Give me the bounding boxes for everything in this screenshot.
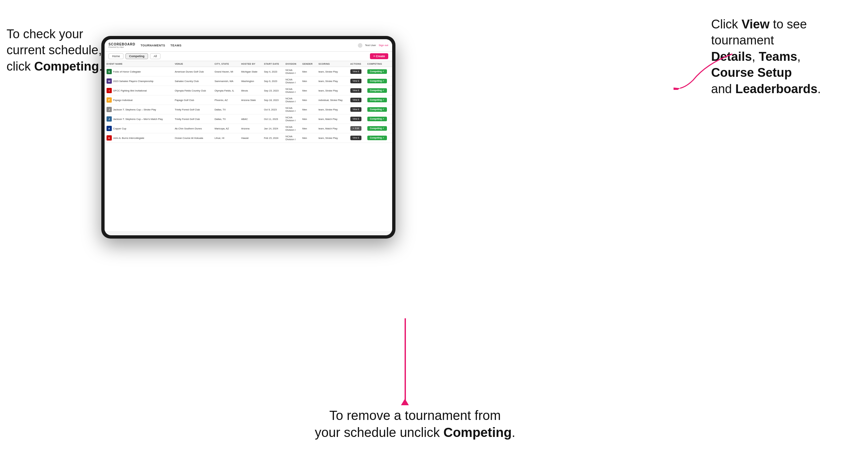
table-header-row: EVENT NAME VENUE CITY, STATE HOSTED BY S… xyxy=(104,61,392,67)
table-row: A Copper Cup Ak-Chin Southern DunesMaric… xyxy=(104,124,392,133)
competing-button[interactable]: Competing ✓ xyxy=(367,79,387,83)
venue-cell: Ocean Course At Hokuala xyxy=(173,133,213,143)
competing-cell: Competing ✓ xyxy=(365,67,392,76)
tournaments-table-container: EVENT NAME VENUE CITY, STATE HOSTED BY S… xyxy=(104,61,392,231)
view-button[interactable]: View ℹ xyxy=(350,136,362,140)
bottom-arrow-head xyxy=(401,399,409,407)
competing-button[interactable]: Competing ✓ xyxy=(367,107,387,112)
table-row: H John A. Burns Intercollegiate Ocean Co… xyxy=(104,133,392,143)
col-venue: VENUE xyxy=(173,61,213,67)
table-row: S Folds of Honor Collegiate American Dun… xyxy=(104,67,392,76)
team-logo-icon: I xyxy=(106,88,112,93)
gender-cell: Men xyxy=(300,105,317,114)
view-button[interactable]: View ℹ xyxy=(350,117,362,121)
competing-button[interactable]: Competing ✓ xyxy=(367,136,387,140)
event-name: Jackson T. Stephens Cup – Men's Match Pl… xyxy=(113,118,163,121)
annotation-line3-prefix: click xyxy=(6,60,34,73)
tr-leaderboards: Leaderboards xyxy=(735,82,817,96)
scoring-cell: team, Match Play xyxy=(316,114,348,124)
gender-cell: Men xyxy=(300,114,317,124)
city-cell: Sammamish, WA xyxy=(212,76,239,86)
tablet-frame: SCOREBOARD Powered by clippi TOURNAMENTS… xyxy=(101,36,396,239)
division-cell: NCAA Division I xyxy=(284,86,300,95)
view-button[interactable]: View ℹ xyxy=(350,79,362,83)
annotation-bottom: To remove a tournament from your schedul… xyxy=(268,407,562,441)
team-logo-icon: W xyxy=(106,79,112,84)
col-event-name: EVENT NAME xyxy=(104,61,173,67)
bottom-arrow-line xyxy=(405,318,406,403)
competing-button[interactable]: Competing ✓ xyxy=(367,69,387,74)
venue-cell: Sahalee Country Club xyxy=(173,76,213,86)
actions-cell: View ℹ xyxy=(348,105,365,114)
scoring-cell: team, Stroke Play xyxy=(316,67,348,76)
actions-cell: View ℹ xyxy=(348,133,365,143)
hosted-cell: Arizona State xyxy=(239,95,262,105)
hosted-cell: Hawaii xyxy=(239,133,262,143)
view-button[interactable]: View ℹ xyxy=(350,107,362,112)
hosted-cell: Michigan State xyxy=(239,67,262,76)
division-cell: NCAA Division I xyxy=(284,114,300,124)
tab-competing[interactable]: Competing xyxy=(125,53,148,59)
table-row: W 2023 Sahalee Players Championship Saha… xyxy=(104,76,392,86)
team-logo-icon: S xyxy=(106,69,112,74)
col-actions: ACTIONS xyxy=(348,61,365,67)
gender-cell: Men xyxy=(300,67,317,76)
division-cell: NCAA Division I xyxy=(284,105,300,114)
view-button[interactable]: View ℹ xyxy=(350,69,362,74)
tab-home[interactable]: Home xyxy=(108,53,124,59)
event-name: OFCC Fighting Illini Invitational xyxy=(113,89,147,92)
competing-button[interactable]: Competing ✓ xyxy=(367,126,387,131)
city-cell: Grand Haven, MI xyxy=(212,67,239,76)
team-logo-icon: J xyxy=(106,116,112,122)
competing-cell: Competing ✓ xyxy=(365,86,392,95)
nav-teams[interactable]: TEAMS xyxy=(170,44,182,47)
event-name-cell: J Jackson T. Stephens Cup – Men's Match … xyxy=(104,114,173,124)
venue-cell: American Dunes Golf Club xyxy=(173,67,213,76)
city-cell: Dallas, TX xyxy=(212,114,239,124)
competing-cell: Competing ✓ xyxy=(365,95,392,105)
actions-cell: View ℹ xyxy=(348,67,365,76)
scoring-cell: team, Stroke Play xyxy=(316,86,348,95)
date-cell: Jan 14, 2024 xyxy=(262,124,284,133)
competing-button[interactable]: Competing ✓ xyxy=(367,98,387,102)
gender-cell: Men xyxy=(300,86,317,95)
sign-out-link[interactable]: Sign out xyxy=(379,44,388,47)
competing-button[interactable]: Competing ✓ xyxy=(367,88,387,93)
header-right: Test User Sign out xyxy=(358,43,388,48)
city-cell: Phoenix, AZ xyxy=(212,95,239,105)
date-cell: Oct 9, 2023 xyxy=(262,105,284,114)
hosted-cell: ABAC xyxy=(239,114,262,124)
tr-view-bold: View xyxy=(742,17,770,31)
event-name: Papago Individual xyxy=(113,99,133,102)
competing-button[interactable]: Competing ✓ xyxy=(367,117,387,121)
view-button[interactable]: View ℹ xyxy=(350,88,362,93)
venue-cell: Papago Golf Club xyxy=(173,95,213,105)
event-name: Folds of Honor Collegiate xyxy=(113,70,141,73)
create-button[interactable]: + Create xyxy=(370,53,388,59)
col-division: DIVISION xyxy=(284,61,300,67)
venue-cell: Olympia Fields Country Club xyxy=(173,86,213,95)
col-city-state: CITY, STATE xyxy=(212,61,239,67)
competing-cell: Competing ✓ xyxy=(365,124,392,133)
event-name: John A. Burns Intercollegiate xyxy=(113,136,144,139)
bottom-line2-prefix: your schedule unclick xyxy=(315,425,443,440)
event-name-cell: I OFCC Fighting Illini Invitational xyxy=(104,86,173,95)
tab-all[interactable]: All xyxy=(150,53,160,59)
division-cell: NCAA Division I xyxy=(284,95,300,105)
bottom-line1: To remove a tournament from xyxy=(330,408,501,423)
edit-button[interactable]: ✏ Edit xyxy=(350,126,362,131)
venue-cell: Ak-Chin Southern Dunes xyxy=(173,124,213,133)
division-cell: NCAA Division I xyxy=(284,133,300,143)
date-cell: Oct 11, 2023 xyxy=(262,114,284,124)
competing-cell: Competing ✓ xyxy=(365,105,392,114)
actions-cell: View ℹ xyxy=(348,114,365,124)
view-button[interactable]: View ℹ xyxy=(350,98,362,102)
nav-tournaments[interactable]: TOURNAMENTS xyxy=(141,44,165,47)
hosted-cell: Arizona xyxy=(239,124,262,133)
date-cell: Sep 18, 2023 xyxy=(262,95,284,105)
team-logo-icon: P xyxy=(106,97,112,103)
gender-cell: Men xyxy=(300,133,317,143)
bottom-competing-bold: Competing xyxy=(443,425,512,440)
event-name-cell: P Papago Individual xyxy=(104,95,173,105)
tournaments-table: EVENT NAME VENUE CITY, STATE HOSTED BY S… xyxy=(104,61,392,143)
